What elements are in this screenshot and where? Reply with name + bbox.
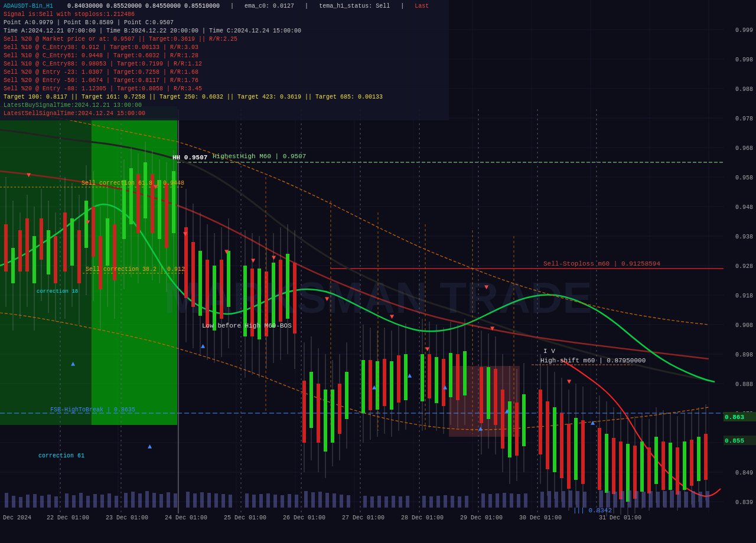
svg-rect-73: [158, 180, 161, 239]
svg-rect-302: [562, 491, 565, 508]
svg-rect-35: [18, 230, 22, 272]
svg-text:31 Dec 01:00: 31 Dec 01:00: [599, 515, 641, 521]
svg-rect-121: [345, 372, 348, 419]
svg-rect-311: [635, 491, 638, 508]
svg-rect-234: [19, 497, 22, 508]
sell-entry-0: Sell %20 @ Market price or at: 0.9507 ||…: [4, 36, 237, 42]
svg-rect-243: [86, 496, 90, 508]
svg-text:▼: ▼: [425, 345, 430, 354]
svg-rect-291: [465, 496, 468, 508]
sell-line-1: Sell %10 @ C_Entry38: 0.912 | Target:0.0…: [4, 44, 445, 52]
svg-rect-49: [70, 218, 74, 266]
svg-rect-236: [33, 494, 37, 508]
sell-line-0: Sell %20 @ Market price or at: 0.9507 ||…: [4, 35, 445, 44]
svg-rect-233: [12, 496, 15, 508]
svg-text:▲: ▲: [443, 384, 448, 392]
svg-rect-300: [548, 491, 551, 508]
svg-rect-147: [456, 354, 460, 400]
svg-rect-307: [607, 491, 610, 508]
svg-text:▼: ▼: [251, 257, 256, 265]
svg-rect-205: [690, 440, 693, 486]
svg-text:0.958: 0.958: [735, 175, 753, 181]
svg-rect-59: [106, 218, 109, 266]
svg-rect-274: [325, 493, 329, 508]
svg-rect-177: [581, 420, 585, 484]
svg-rect-37: [25, 218, 29, 272]
svg-text:▲: ▲: [71, 360, 76, 368]
sell-entry-3: Sell %10 @ C_Entry88: 0.98053 | Target:0…: [4, 61, 202, 67]
svg-rect-284: [406, 496, 409, 508]
svg-rect-258: [200, 492, 204, 508]
svg-rect-247: [115, 496, 118, 508]
svg-rect-131: [390, 361, 393, 410]
low-before-high-label: Low before High M60-BOS: [202, 322, 292, 329]
svg-rect-320: [699, 492, 702, 508]
svg-rect-275: [333, 493, 336, 508]
sell-correction-618-label: Sell correction 61.8 | 0.9448: [82, 180, 184, 187]
price-info: 0.84030000 0.85520000 0.84550000 0.85510…: [67, 3, 220, 9]
svg-text:▲: ▲: [148, 443, 152, 451]
svg-rect-309: [621, 491, 624, 508]
svg-rect-119: [338, 384, 341, 434]
svg-rect-292: [481, 493, 485, 508]
svg-text:0.898: 0.898: [735, 352, 753, 358]
svg-rect-305: [583, 492, 586, 508]
svg-rect-265: [259, 494, 263, 508]
targets: Target 100: 0.8117 || Target 161: 0.7258…: [4, 94, 383, 100]
svg-rect-267: [273, 495, 277, 508]
correction-18-label: correction 18: [37, 289, 78, 295]
times-line: Time A:2024.12.21 07:00:00 | Time B:2024…: [4, 27, 445, 35]
sell-time: LatestSellSignalTime:2024.12.24 15:00:00: [4, 110, 145, 117]
svg-text:▼: ▼: [86, 218, 90, 227]
svg-rect-310: [628, 490, 631, 508]
svg-rect-161: [515, 403, 519, 456]
svg-rect-65: [129, 168, 133, 224]
svg-text:0.888: 0.888: [735, 381, 753, 388]
svg-text:0.928: 0.928: [735, 263, 753, 270]
iv-label: I V: [543, 348, 555, 355]
svg-rect-145: [449, 353, 452, 397]
svg-text:0.988: 0.988: [735, 86, 753, 93]
svg-rect-69: [144, 162, 147, 218]
svg-rect-203: [683, 441, 686, 490]
svg-rect-151: [480, 367, 483, 423]
svg-rect-317: [677, 491, 681, 508]
price-855-label: 0.855: [725, 437, 744, 444]
svg-text:0.938: 0.938: [735, 234, 753, 240]
svg-text:21 Dec 2024: 21 Dec 2024: [0, 515, 31, 521]
symbol: ADAUSDT-Bin_H1: [4, 3, 53, 9]
svg-rect-149: [463, 351, 467, 395]
sell-line-2: Sell %10 @ C_Entry61: 0.9448 | Target:0.…: [4, 52, 445, 60]
svg-rect-193: [647, 447, 651, 493]
sell-line-4: Sell %20 @ Entry -23: 1.0307 | Target:0.…: [4, 68, 445, 77]
svg-rect-169: [553, 407, 556, 472]
targets-line: Target 100: 0.8117 || Target 161: 0.7258…: [4, 93, 445, 102]
svg-text:0.999: 0.999: [735, 27, 753, 34]
svg-rect-268: [281, 495, 284, 508]
svg-rect-304: [576, 491, 579, 508]
svg-rect-171: [560, 413, 563, 478]
svg-rect-63: [122, 180, 126, 239]
svg-rect-33: [11, 248, 15, 283]
svg-rect-270: [295, 495, 298, 508]
svg-rect-109: [302, 381, 306, 443]
svg-rect-321: [706, 491, 709, 508]
svg-rect-133: [397, 355, 400, 403]
sell-line-6: Sell %20 @ Entry -88: 1.12305 | Target:0…: [4, 85, 445, 93]
svg-rect-294: [496, 493, 499, 508]
svg-rect-290: [458, 496, 461, 508]
svg-rect-255: [174, 493, 177, 508]
svg-rect-281: [384, 496, 388, 508]
svg-text:0.918: 0.918: [735, 293, 753, 299]
svg-rect-241: [72, 495, 76, 508]
svg-rect-295: [503, 493, 506, 508]
svg-text:28 Dec 01:00: 28 Dec 01:00: [401, 515, 444, 521]
svg-text:▲: ▲: [505, 407, 510, 416]
chart-container: ADAUSDT-Bin_H1 0.84030000 0.85520000 0.8…: [0, 0, 756, 543]
correction-61-label: correction 61: [38, 453, 84, 459]
points: Point A:0.9979 | Point B:0.8589 | Point …: [4, 19, 174, 26]
svg-rect-246: [107, 493, 111, 508]
svg-text:0.908: 0.908: [735, 322, 753, 329]
svg-rect-293: [488, 494, 492, 508]
svg-text:0.948: 0.948: [735, 204, 753, 211]
